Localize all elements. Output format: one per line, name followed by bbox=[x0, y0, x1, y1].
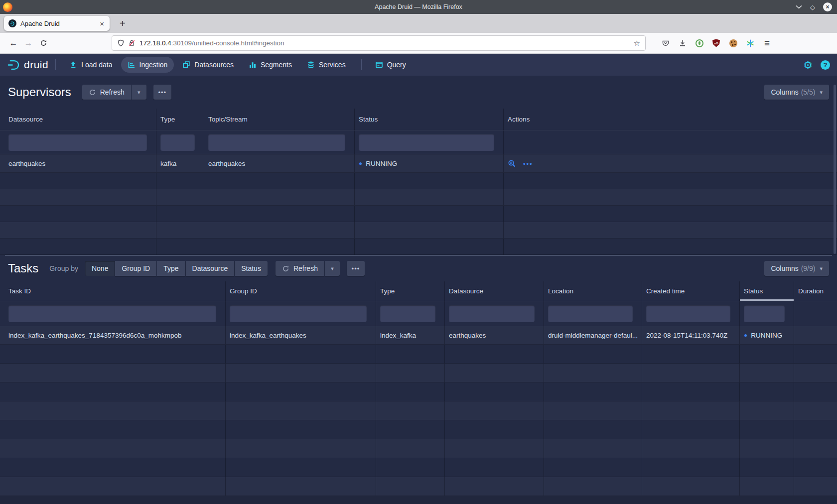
nav-item-ingestion[interactable]: Ingestion bbox=[121, 57, 174, 73]
url-text[interactable]: 172.18.0.4:30109/unified-console.html#in… bbox=[140, 39, 634, 47]
tasks-more-button[interactable]: ••• bbox=[347, 261, 365, 276]
tasks-filter-datasource[interactable] bbox=[449, 305, 535, 322]
column-header-duration[interactable]: Duration bbox=[794, 281, 837, 301]
columns-count: (9/9) bbox=[801, 264, 816, 272]
supervisors-title: Supervisors bbox=[8, 85, 71, 99]
task-location: druid-middlemanager-defaul... bbox=[544, 326, 642, 344]
task-row[interactable]: index_kafka_earthquakes_7184357396d6c0a_… bbox=[0, 326, 837, 345]
nav-item-label: Load data bbox=[81, 61, 112, 69]
supervisor-status: ● RUNNING bbox=[355, 154, 504, 172]
tracking-shield-icon[interactable] bbox=[117, 39, 125, 47]
chevron-down-icon: ▾ bbox=[820, 89, 823, 96]
window-minimize-icon[interactable] bbox=[796, 5, 802, 9]
divider bbox=[361, 59, 362, 70]
nav-item-query[interactable]: Query bbox=[369, 57, 413, 73]
druid-favicon-icon bbox=[8, 19, 16, 27]
ublock-icon[interactable]: uO bbox=[709, 36, 723, 50]
column-header-group-id[interactable]: Group ID bbox=[226, 281, 376, 301]
scrollbar[interactable] bbox=[834, 85, 836, 254]
settings-gear-icon[interactable]: ⚙ bbox=[803, 60, 813, 70]
supervisors-filter-topic[interactable] bbox=[208, 134, 345, 151]
column-header-datasource[interactable]: Datasource bbox=[445, 281, 544, 301]
cookie-extension-icon[interactable] bbox=[726, 36, 740, 50]
supervisors-more-button[interactable]: ••• bbox=[153, 85, 171, 100]
nav-item-datasources[interactable]: Datasources bbox=[176, 57, 240, 73]
tasks-refresh-button[interactable]: Refresh bbox=[276, 261, 324, 276]
row-more-icon[interactable]: ••• bbox=[523, 160, 533, 167]
window-maximize-icon[interactable]: ◇ bbox=[810, 3, 815, 11]
supervisors-filter-status[interactable] bbox=[359, 134, 494, 151]
column-header-topic-stream[interactable]: Topic/Stream bbox=[204, 109, 355, 130]
menu-icon[interactable]: ≡ bbox=[760, 36, 774, 50]
table-row bbox=[0, 206, 837, 222]
back-icon[interactable]: ← bbox=[6, 36, 21, 51]
table-row bbox=[0, 420, 837, 439]
container-asterisk-icon[interactable] bbox=[743, 36, 757, 50]
supervisors-filter-type[interactable] bbox=[160, 134, 195, 151]
supervisor-row[interactable]: earthquakes kafka earthquakes ● RUNNING … bbox=[0, 154, 837, 173]
status-dot-icon: ● bbox=[359, 160, 362, 167]
supervisors-filter-row bbox=[0, 130, 837, 154]
columns-label: Columns bbox=[771, 88, 798, 96]
supervisors-refresh-caret-button[interactable]: ▾ bbox=[132, 85, 146, 100]
reload-icon[interactable] bbox=[36, 36, 51, 51]
supervisor-type: kafka bbox=[156, 154, 204, 172]
new-tab-button[interactable]: + bbox=[117, 18, 129, 29]
help-icon[interactable]: ? bbox=[821, 60, 830, 70]
inspect-magnifier-icon[interactable] bbox=[508, 159, 516, 168]
ingestion-icon bbox=[128, 61, 136, 69]
group-by-none-button[interactable]: None bbox=[85, 261, 115, 276]
tasks-filter-type[interactable] bbox=[380, 305, 435, 322]
tasks-filter-group-id[interactable] bbox=[230, 305, 367, 322]
column-header-type[interactable]: Type bbox=[156, 109, 204, 130]
tab-close-icon[interactable]: × bbox=[99, 19, 105, 28]
table-row bbox=[0, 477, 837, 496]
supervisors-filter-datasource[interactable] bbox=[8, 134, 147, 151]
window-close-icon[interactable]: × bbox=[823, 2, 832, 11]
table-row bbox=[0, 222, 837, 239]
group-by-status-button[interactable]: Status bbox=[235, 261, 268, 276]
downloads-icon[interactable] bbox=[676, 36, 689, 50]
table-row bbox=[0, 173, 837, 189]
status-text: RUNNING bbox=[366, 160, 397, 167]
column-header-created-time[interactable]: Created time bbox=[642, 281, 740, 301]
task-group-id: index_kafka_earthquakes bbox=[226, 326, 376, 344]
tasks-columns-button[interactable]: Columns (9/9) ▾ bbox=[764, 261, 829, 276]
column-header-datasource[interactable]: Datasource bbox=[0, 109, 156, 130]
tasks-filter-status[interactable] bbox=[744, 305, 785, 322]
column-header-location[interactable]: Location bbox=[544, 281, 642, 301]
nav-item-segments[interactable]: Segments bbox=[242, 57, 298, 73]
chevron-down-icon: ▾ bbox=[820, 265, 823, 272]
supervisor-datasource: earthquakes bbox=[0, 154, 156, 172]
forward-icon[interactable]: → bbox=[21, 36, 36, 51]
task-created-time: 2022-08-15T14:11:03.740Z bbox=[642, 326, 740, 344]
insecure-lock-icon[interactable] bbox=[128, 39, 136, 47]
nav-item-services[interactable]: Services bbox=[300, 57, 352, 73]
druid-logo[interactable]: druid bbox=[7, 58, 48, 72]
tasks-refresh-caret-button[interactable]: ▾ bbox=[325, 261, 340, 276]
table-row bbox=[0, 439, 837, 458]
browser-tab[interactable]: Apache Druid × bbox=[4, 16, 110, 31]
group-by-datasource-button[interactable]: Datasource bbox=[186, 261, 235, 276]
group-by-group-id-button[interactable]: Group ID bbox=[115, 261, 156, 276]
divider bbox=[55, 59, 56, 70]
url-host: 172.18.0.4 bbox=[140, 39, 171, 47]
pocket-icon[interactable] bbox=[659, 36, 672, 50]
tasks-table-header: Task ID Group ID Type Datasource Locatio… bbox=[0, 281, 837, 301]
status-dot-icon: ● bbox=[744, 332, 747, 339]
tasks-filter-created-time[interactable] bbox=[646, 305, 730, 322]
supervisors-columns-button[interactable]: Columns (5/5) ▾ bbox=[764, 85, 829, 100]
column-header-status-sorted[interactable]: Status bbox=[740, 281, 794, 301]
url-bar[interactable]: 172.18.0.4:30109/unified-console.html#in… bbox=[112, 35, 646, 51]
tasks-filter-task-id[interactable] bbox=[8, 305, 216, 322]
column-header-status[interactable]: Status bbox=[355, 109, 504, 130]
group-by-type-button[interactable]: Type bbox=[157, 261, 185, 276]
supervisors-refresh-button[interactable]: Refresh bbox=[82, 85, 131, 100]
tasks-filter-location[interactable] bbox=[548, 305, 633, 322]
tasks-header: Tasks Group by None Group ID Type Dataso… bbox=[0, 255, 837, 281]
column-header-type[interactable]: Type bbox=[376, 281, 445, 301]
nav-item-load-data[interactable]: Load data bbox=[63, 57, 119, 73]
column-header-task-id[interactable]: Task ID bbox=[0, 281, 226, 301]
extension-green-icon[interactable] bbox=[693, 36, 706, 50]
bookmark-star-icon[interactable]: ☆ bbox=[634, 39, 640, 48]
